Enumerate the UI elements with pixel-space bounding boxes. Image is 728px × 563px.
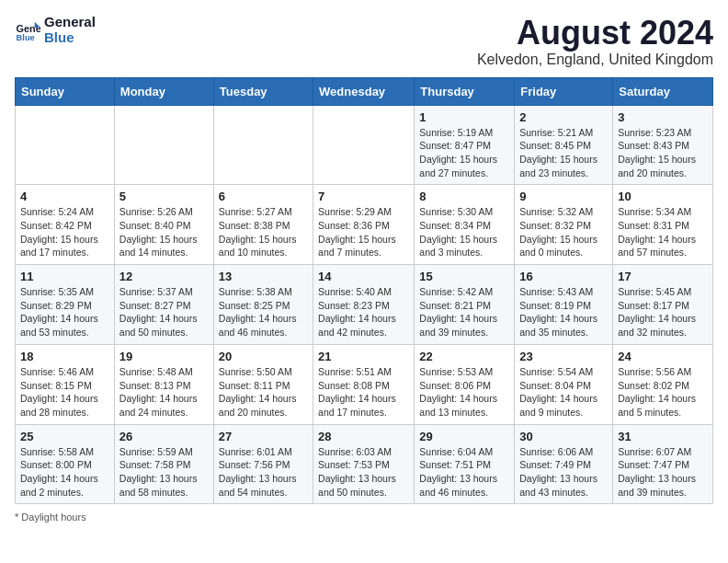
day-number: 10 — [618, 190, 708, 203]
svg-text:Blue: Blue — [17, 32, 35, 41]
day-info: Sunrise: 5:51 AMSunset: 8:08 PMDaylight:… — [318, 365, 409, 419]
day-number: 3 — [618, 110, 708, 124]
day-cell-14: 14Sunrise: 5:40 AMSunset: 8:23 PMDayligh… — [313, 265, 415, 345]
day-number: 26 — [119, 430, 209, 443]
day-number: 20 — [219, 350, 308, 363]
day-number: 11 — [20, 270, 109, 283]
day-cell-empty-0-2 — [213, 105, 313, 185]
week-row-5: 25Sunrise: 5:58 AMSunset: 8:00 PMDayligh… — [16, 424, 713, 504]
column-header-wednesday: Wednesday — [313, 77, 415, 105]
day-info: Sunrise: 6:01 AMSunset: 7:56 PMDaylight:… — [219, 445, 308, 500]
day-number: 4 — [20, 190, 109, 203]
page-header: General Blue General Blue August 2024 Ke… — [15, 15, 713, 68]
column-header-saturday: Saturday — [613, 77, 713, 105]
day-number: 9 — [519, 190, 608, 203]
day-info: Sunrise: 6:06 AMSunset: 7:49 PMDaylight:… — [519, 445, 608, 500]
day-info: Sunrise: 5:43 AMSunset: 8:19 PMDaylight:… — [519, 285, 608, 339]
day-cell-24: 24Sunrise: 5:56 AMSunset: 8:02 PMDayligh… — [613, 344, 713, 424]
day-cell-15: 15Sunrise: 5:42 AMSunset: 8:21 PMDayligh… — [415, 265, 515, 345]
day-info: Sunrise: 5:38 AMSunset: 8:25 PMDaylight:… — [219, 285, 308, 339]
day-cell-5: 5Sunrise: 5:26 AMSunset: 8:40 PMDaylight… — [114, 185, 213, 265]
day-number: 29 — [419, 430, 509, 443]
day-cell-7: 7Sunrise: 5:29 AMSunset: 8:36 PMDaylight… — [313, 185, 415, 265]
logo-icon: General Blue — [15, 17, 40, 43]
day-info: Sunrise: 5:27 AMSunset: 8:38 PMDaylight:… — [219, 205, 308, 259]
day-number: 8 — [419, 190, 509, 203]
logo-text-general: General — [44, 15, 96, 30]
day-info: Sunrise: 5:34 AMSunset: 8:31 PMDaylight:… — [618, 205, 708, 259]
day-info: Sunrise: 6:07 AMSunset: 7:47 PMDaylight:… — [618, 445, 708, 500]
week-row-4: 18Sunrise: 5:46 AMSunset: 8:15 PMDayligh… — [16, 344, 713, 424]
column-header-friday: Friday — [515, 77, 613, 105]
day-info: Sunrise: 5:23 AMSunset: 8:43 PMDaylight:… — [618, 126, 708, 180]
day-info: Sunrise: 5:29 AMSunset: 8:36 PMDaylight:… — [318, 205, 409, 259]
day-cell-4: 4Sunrise: 5:24 AMSunset: 8:42 PMDaylight… — [16, 185, 115, 265]
day-info: Sunrise: 5:46 AMSunset: 8:15 PMDaylight:… — [20, 365, 109, 419]
location-subtitle: Kelvedon, England, United Kingdom — [477, 52, 713, 68]
day-cell-3: 3Sunrise: 5:23 AMSunset: 8:43 PMDaylight… — [613, 105, 713, 185]
column-header-monday: Monday — [114, 77, 213, 105]
day-number: 18 — [20, 350, 109, 363]
day-number: 1 — [419, 110, 509, 124]
day-info: Sunrise: 5:40 AMSunset: 8:23 PMDaylight:… — [318, 285, 409, 339]
day-cell-empty-0-0 — [16, 105, 115, 185]
week-row-3: 11Sunrise: 5:35 AMSunset: 8:29 PMDayligh… — [16, 265, 713, 345]
day-cell-2: 2Sunrise: 5:21 AMSunset: 8:45 PMDaylight… — [515, 105, 613, 185]
day-number: 21 — [318, 350, 409, 363]
day-info: Sunrise: 5:45 AMSunset: 8:17 PMDaylight:… — [618, 285, 708, 339]
day-cell-29: 29Sunrise: 6:04 AMSunset: 7:51 PMDayligh… — [415, 424, 515, 504]
day-info: Sunrise: 5:32 AMSunset: 8:32 PMDaylight:… — [519, 205, 608, 259]
day-info: Sunrise: 6:04 AMSunset: 7:51 PMDaylight:… — [419, 445, 509, 500]
header-row: SundayMondayTuesdayWednesdayThursdayFrid… — [16, 77, 713, 105]
calendar-table: SundayMondayTuesdayWednesdayThursdayFrid… — [15, 77, 713, 505]
day-number: 23 — [519, 350, 608, 363]
day-cell-1: 1Sunrise: 5:19 AMSunset: 8:47 PMDaylight… — [415, 105, 515, 185]
day-info: Sunrise: 5:42 AMSunset: 8:21 PMDaylight:… — [419, 285, 509, 339]
day-cell-empty-0-1 — [114, 105, 213, 185]
day-number: 6 — [219, 190, 308, 203]
day-number: 17 — [618, 270, 708, 283]
logo-text-blue: Blue — [44, 30, 96, 46]
day-info: Sunrise: 5:48 AMSunset: 8:13 PMDaylight:… — [119, 365, 209, 419]
day-cell-20: 20Sunrise: 5:50 AMSunset: 8:11 PMDayligh… — [213, 344, 313, 424]
day-cell-28: 28Sunrise: 6:03 AMSunset: 7:53 PMDayligh… — [313, 424, 415, 504]
day-info: Sunrise: 6:03 AMSunset: 7:53 PMDaylight:… — [318, 445, 409, 500]
column-header-tuesday: Tuesday — [213, 77, 313, 105]
day-cell-19: 19Sunrise: 5:48 AMSunset: 8:13 PMDayligh… — [114, 344, 213, 424]
day-cell-31: 31Sunrise: 6:07 AMSunset: 7:47 PMDayligh… — [613, 424, 713, 504]
day-cell-30: 30Sunrise: 6:06 AMSunset: 7:49 PMDayligh… — [515, 424, 613, 504]
title-block: August 2024 Kelvedon, England, United Ki… — [477, 15, 713, 68]
day-info: Sunrise: 5:21 AMSunset: 8:45 PMDaylight:… — [519, 126, 608, 180]
day-number: 27 — [219, 430, 308, 443]
day-number: 12 — [119, 270, 209, 283]
day-number: 22 — [419, 350, 509, 363]
day-cell-16: 16Sunrise: 5:43 AMSunset: 8:19 PMDayligh… — [515, 265, 613, 345]
day-cell-27: 27Sunrise: 6:01 AMSunset: 7:56 PMDayligh… — [213, 424, 313, 504]
day-cell-23: 23Sunrise: 5:54 AMSunset: 8:04 PMDayligh… — [515, 344, 613, 424]
day-number: 15 — [419, 270, 509, 283]
day-number: 16 — [519, 270, 608, 283]
day-cell-11: 11Sunrise: 5:35 AMSunset: 8:29 PMDayligh… — [16, 265, 115, 345]
day-number: 25 — [20, 430, 109, 443]
day-info: Sunrise: 5:37 AMSunset: 8:27 PMDaylight:… — [119, 285, 209, 339]
day-cell-17: 17Sunrise: 5:45 AMSunset: 8:17 PMDayligh… — [613, 265, 713, 345]
day-info: Sunrise: 5:54 AMSunset: 8:04 PMDaylight:… — [519, 365, 608, 419]
day-info: Sunrise: 5:24 AMSunset: 8:42 PMDaylight:… — [20, 205, 109, 259]
day-info: Sunrise: 5:53 AMSunset: 8:06 PMDaylight:… — [419, 365, 509, 419]
column-header-thursday: Thursday — [415, 77, 515, 105]
day-cell-9: 9Sunrise: 5:32 AMSunset: 8:32 PMDaylight… — [515, 185, 613, 265]
day-info: Sunrise: 5:56 AMSunset: 8:02 PMDaylight:… — [618, 365, 708, 419]
day-number: 24 — [618, 350, 708, 363]
day-number: 13 — [219, 270, 308, 283]
day-cell-22: 22Sunrise: 5:53 AMSunset: 8:06 PMDayligh… — [415, 344, 515, 424]
month-title: August 2024 — [477, 15, 713, 52]
column-header-sunday: Sunday — [16, 77, 115, 105]
day-info: Sunrise: 5:19 AMSunset: 8:47 PMDaylight:… — [419, 126, 509, 180]
day-info: Sunrise: 5:30 AMSunset: 8:34 PMDaylight:… — [419, 205, 509, 259]
day-cell-26: 26Sunrise: 5:59 AMSunset: 7:58 PMDayligh… — [114, 424, 213, 504]
day-number: 2 — [519, 110, 608, 124]
day-cell-12: 12Sunrise: 5:37 AMSunset: 8:27 PMDayligh… — [114, 265, 213, 345]
day-cell-25: 25Sunrise: 5:58 AMSunset: 8:00 PMDayligh… — [16, 424, 115, 504]
day-info: Sunrise: 5:35 AMSunset: 8:29 PMDaylight:… — [20, 285, 109, 339]
day-cell-empty-0-3 — [313, 105, 415, 185]
